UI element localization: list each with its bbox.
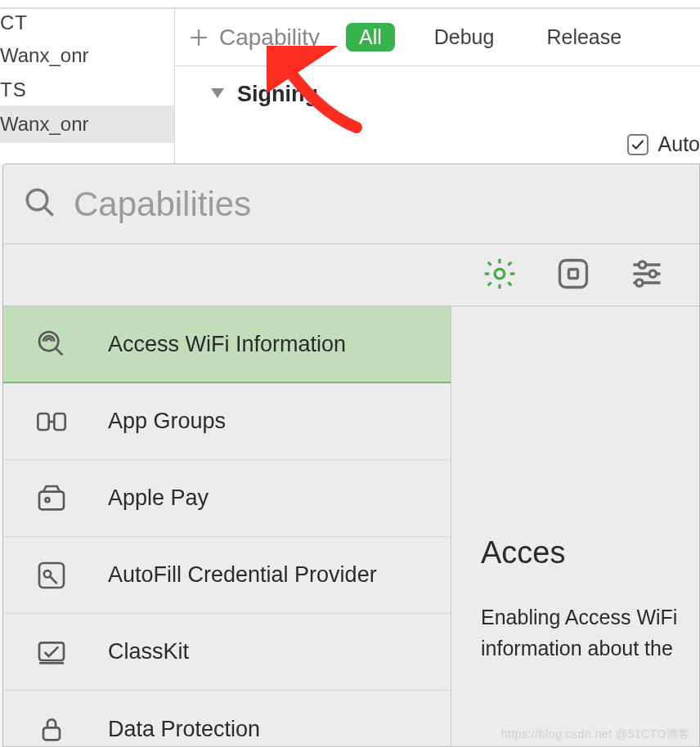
svg-point-4 xyxy=(27,190,47,210)
svg-rect-26 xyxy=(43,727,60,740)
target-name: Wanx_onr xyxy=(0,113,89,136)
capability-detail: Acces Enabling Access WiFi information a… xyxy=(451,306,699,746)
capability-classkit[interactable]: ClassKit xyxy=(3,614,451,691)
capabilities-view-toolbar xyxy=(3,244,699,306)
capability-data-protection[interactable]: Data Protection xyxy=(3,691,451,746)
filter-all[interactable]: All xyxy=(346,23,395,51)
plus-icon xyxy=(188,27,209,48)
auto-signing-label: Auto xyxy=(658,132,700,156)
capability-label: ClassKit xyxy=(108,639,189,664)
capability-app-groups[interactable]: App Groups xyxy=(3,383,451,460)
svg-line-5 xyxy=(44,207,53,216)
svg-marker-2 xyxy=(211,88,224,98)
watermark: https://blog.csdn.net @51CTO博客 xyxy=(501,727,690,742)
wifi-search-icon xyxy=(33,325,70,363)
svg-point-15 xyxy=(39,332,58,351)
target-item[interactable]: Wanx_onr xyxy=(0,105,174,143)
gear-icon[interactable] xyxy=(482,256,518,295)
svg-point-6 xyxy=(495,269,505,279)
capability-autofill[interactable]: AutoFill Credential Provider xyxy=(3,537,451,614)
capabilities-list: Access WiFi Information App Groups Apple… xyxy=(3,306,451,746)
capability-access-wifi[interactable]: Access WiFi Information xyxy=(3,306,451,383)
capabilities-search-input[interactable] xyxy=(74,185,680,224)
lock-icon xyxy=(33,710,70,746)
filter-release[interactable]: Release xyxy=(533,23,635,51)
svg-point-21 xyxy=(46,498,50,502)
svg-rect-24 xyxy=(39,642,64,660)
svg-rect-17 xyxy=(38,414,48,430)
wallet-icon xyxy=(33,480,70,517)
svg-point-10 xyxy=(639,261,645,267)
svg-rect-8 xyxy=(569,269,578,278)
search-icon xyxy=(23,186,57,223)
capability-label: App Groups xyxy=(108,409,226,434)
capability-label: Apple Pay xyxy=(108,485,209,511)
auto-signing-checkbox[interactable]: Auto xyxy=(627,132,700,156)
project-section-header: CT xyxy=(0,11,28,34)
svg-rect-18 xyxy=(54,414,65,430)
svg-point-12 xyxy=(649,270,656,276)
signing-section[interactable]: Signing xyxy=(209,82,318,107)
project-name: Wanx_onr xyxy=(0,44,89,67)
detail-line2: information about the xyxy=(481,633,699,664)
app-groups-icon xyxy=(33,403,70,441)
capability-apple-pay[interactable]: Apple Pay xyxy=(3,460,451,537)
capability-label: AutoFill Credential Provider xyxy=(108,562,377,588)
capability-label: Access WiFi Information xyxy=(108,332,346,357)
detail-line1: Enabling Access WiFi xyxy=(481,602,699,633)
add-capability-button[interactable]: Capability xyxy=(188,25,320,51)
filter-debug[interactable]: Debug xyxy=(421,23,508,51)
targets-section-header: TS xyxy=(0,78,27,101)
capabilities-toolbar: Capability All Debug Release xyxy=(175,9,700,66)
classkit-icon xyxy=(33,633,70,671)
sliders-icon[interactable] xyxy=(629,256,665,295)
project-item[interactable]: Wanx_onr xyxy=(0,37,174,74)
add-capability-label: Capability xyxy=(219,25,320,51)
svg-point-23 xyxy=(44,570,51,577)
svg-rect-20 xyxy=(39,491,64,509)
svg-line-16 xyxy=(56,348,62,355)
svg-rect-7 xyxy=(560,260,587,287)
svg-point-14 xyxy=(636,279,643,285)
stop-icon[interactable] xyxy=(555,256,591,295)
capabilities-popover: Access WiFi Information App Groups Apple… xyxy=(2,163,700,747)
capability-label: Data Protection xyxy=(108,717,260,742)
capabilities-search-row xyxy=(3,164,699,244)
signing-title: Signing xyxy=(237,82,318,107)
checkbox-checked-icon xyxy=(627,134,648,155)
disclosure-triangle-icon xyxy=(209,82,226,107)
detail-title: Acces xyxy=(481,535,699,570)
key-icon xyxy=(33,557,70,594)
